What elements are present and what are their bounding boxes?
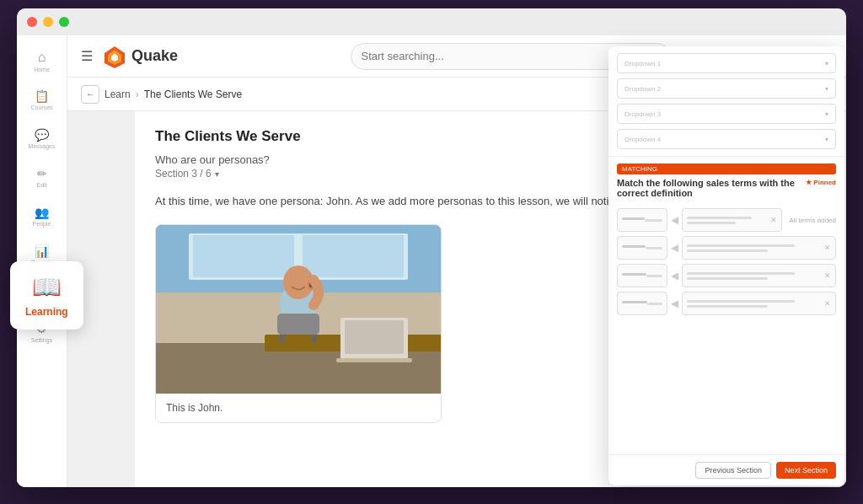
svg-rect-11 [345, 320, 404, 354]
match-arrow-icon-2: ◀ [671, 242, 678, 254]
logo-text: Quake [131, 47, 178, 65]
match-arrow-icon-1: ◀ [671, 214, 678, 226]
title-bar [17, 8, 846, 35]
home-icon: ⌂ [38, 50, 46, 65]
lesson-image [156, 225, 441, 394]
sidebar-item-home[interactable]: ⌂ Home [22, 42, 62, 79]
reports-icon: 📊 [35, 244, 49, 258]
match-definition-2: ✕ [682, 236, 836, 260]
sidebar-item-label: Messages [29, 143, 56, 149]
quiz-dropdown-3[interactable]: Dropdown 3 ▾ [617, 104, 836, 124]
sidebar-item-edit[interactable]: ✏ Edit [22, 158, 62, 196]
match-term-2 [617, 236, 667, 260]
match-definition-4: ✕ [682, 292, 836, 315]
courses-icon: 📋 [35, 89, 49, 103]
svg-rect-8 [303, 235, 404, 277]
quiz-dropdowns: Dropdown 1 ▾ Dropdown 2 ▾ Dropdown 3 ▾ D… [608, 46, 844, 157]
svg-rect-12 [336, 358, 412, 362]
match-term-4 [617, 292, 667, 315]
logo-icon [103, 45, 126, 68]
traffic-light-red[interactable] [27, 17, 37, 27]
sidebar-item-messages[interactable]: 💬 Messages [22, 120, 62, 157]
match-arrow-icon-4: ◀ [671, 298, 678, 309]
edit-icon: ✏ [37, 167, 47, 180]
match-row-4: ◀ ✕ [617, 292, 836, 315]
remove-match-4[interactable]: ✕ [824, 299, 831, 308]
image-caption: This is John. [156, 394, 441, 422]
hamburger-button[interactable]: ☰ [81, 48, 93, 64]
match-row-3: ◀ ✕ [617, 264, 836, 287]
match-term-1 [617, 208, 667, 232]
remove-match-1[interactable]: ✕ [770, 216, 777, 224]
quiz-question-text: Match the following sales terms with the… [617, 178, 801, 198]
remove-match-3[interactable]: ✕ [824, 271, 831, 280]
match-definition-3: ✕ [682, 264, 836, 287]
quiz-dropdown-1[interactable]: Dropdown 1 ▾ [617, 53, 836, 73]
sidebar-item-label: Courses [30, 105, 52, 110]
match-row-1: ◀ ✕ All terms added [617, 208, 836, 232]
image-card: This is John. [155, 224, 442, 423]
quiz-section-label: MATCHING [617, 164, 836, 174]
sidebar-item-people[interactable]: 👥 People [22, 197, 62, 234]
section-text: Section 3 / 6 [155, 168, 212, 180]
svg-rect-7 [193, 235, 294, 277]
chevron-down-icon-3: ▾ [825, 110, 828, 118]
breadcrumb-separator: › [136, 88, 139, 100]
chevron-down-icon-2: ▾ [825, 85, 828, 93]
matching-area: ◀ ✕ All terms added ◀ ✕ [608, 203, 844, 454]
quiz-dropdown-2[interactable]: Dropdown 2 ▾ [617, 78, 836, 99]
dropdown-2-label: Dropdown 2 [624, 85, 661, 93]
logo-area: Quake [103, 45, 178, 68]
match-arrow-icon-3: ◀ [671, 270, 678, 281]
match-row-2: ◀ ✕ [617, 236, 836, 260]
people-icon: 👥 [35, 206, 49, 219]
remove-match-2[interactable]: ✕ [824, 244, 831, 252]
pinned-label: ★ Pinned [806, 179, 836, 186]
sidebar-item-label: Settings [31, 337, 52, 343]
quiz-dropdown-4[interactable]: Dropdown 4 ▾ [617, 129, 836, 149]
dropdown-1-label: Dropdown 1 [624, 60, 661, 67]
sidebar-item-courses[interactable]: 📋 Courses [22, 81, 62, 118]
learning-label: Learning [25, 306, 68, 318]
quiz-question-area: Match the following sales terms with the… [608, 178, 844, 203]
dropdown-3-label: Dropdown 3 [624, 110, 661, 118]
sidebar-item-label: Edit [36, 182, 46, 188]
chevron-down-icon-1: ▾ [825, 60, 828, 67]
traffic-light-yellow[interactable] [43, 17, 53, 27]
quiz-window: Dropdown 1 ▾ Dropdown 2 ▾ Dropdown 3 ▾ D… [608, 46, 844, 485]
quiz-next-button[interactable]: Next Section [776, 462, 836, 479]
match-term-3 [617, 264, 667, 287]
breadcrumb-parent[interactable]: Learn [105, 88, 131, 100]
quiz-bottom-buttons: Previous Section Next Section [608, 454, 844, 485]
sidebar-item-label: People [33, 221, 51, 227]
office-photo-svg [156, 225, 441, 394]
lesson-title: The Clients We Serve [155, 128, 301, 145]
sidebar-item-label: Home [34, 67, 50, 72]
svg-rect-19 [277, 314, 319, 335]
all-terms-added-label: All terms added [789, 217, 836, 224]
breadcrumb-current: The Clients We Serve [144, 88, 243, 100]
breadcrumb: ← Learn › The Clients We Serve [81, 85, 242, 104]
dropdown-4-label: Dropdown 4 [624, 136, 661, 143]
match-definition-1: ✕ [682, 208, 782, 232]
back-button[interactable]: ← [81, 85, 99, 104]
quiz-previous-button[interactable]: Previous Section [695, 462, 771, 479]
back-arrow-icon: ← [86, 89, 94, 99]
traffic-light-green[interactable] [59, 17, 69, 27]
messages-icon: 💬 [35, 128, 49, 142]
learning-book-icon: 📖 [32, 273, 62, 301]
chevron-down-icon[interactable]: ▾ [215, 169, 219, 179]
learning-tooltip: 📖 Learning [10, 261, 83, 330]
chevron-down-icon-4: ▾ [825, 136, 828, 143]
